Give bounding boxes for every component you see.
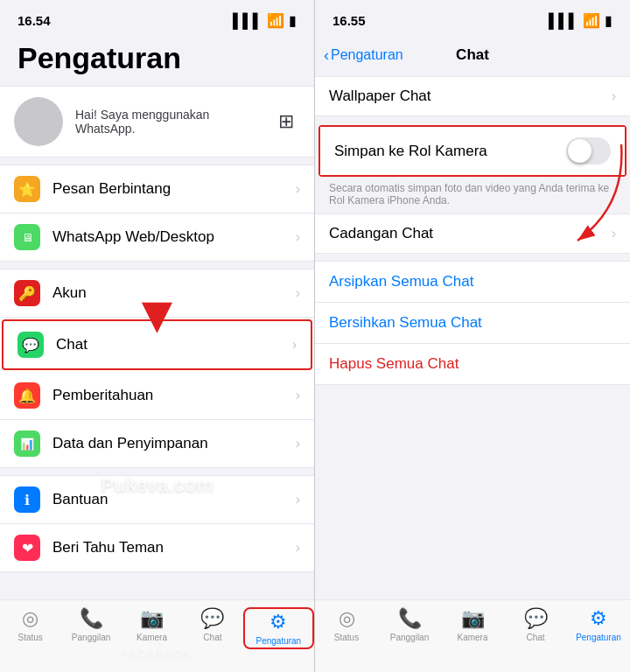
heart-icon: ❤ [14,535,40,561]
action-section: Arsipkan Semua Chat Bersihkan Semua Chat… [315,261,630,385]
wifi-icon: 📶 [267,12,284,29]
chat-tab-label-r: Chat [526,633,544,642]
left-status-icons: ▌▌▌ 📶 ▮ [233,12,297,29]
sidebar-item-pesan-berbintang[interactable]: ⭐ Pesan Berbintang › [0,165,314,214]
pengaturan-tab-label-r: Pengaturan [576,633,621,642]
chevron-icon: › [296,492,300,508]
bersihkan-label: Bersihkan Semua Chat [329,314,482,332]
web-icon: 🖥 [14,224,40,250]
panggilan-tab-icon-r: 📞 [398,607,422,630]
chevron-icon: › [296,436,300,452]
tab-pengaturan-right[interactable]: ⚙ Pengaturan [567,607,630,642]
right-tab-bar: ◎ Status 📞 Panggilan 📷 Kamera 💬 Chat ⚙ P… [315,599,630,672]
settings-section-3: ℹ Bantuan › ❤ Beri Tahu Teman › [0,475,314,572]
chat-tab-label: Chat [203,633,221,642]
chat-icon: 💬 [18,332,44,358]
hapus-item[interactable]: Hapus Semua Chat [315,344,630,384]
profile-row[interactable]: Hai! Saya menggunakan WhatsApp. ⊞ [0,86,314,158]
chevron-icon: › [296,181,300,197]
arsipkan-label: Arsipkan Semua Chat [329,273,473,290]
simpan-label: Simpan ke Rol Kamera [334,143,566,160]
simpan-section-wrapper: Simpan ke Rol Kamera Secara otomatis sim… [315,123,630,214]
chevron-icon: › [296,388,300,403]
tab-pengaturan-left[interactable]: ⚙ Pengaturan [243,607,314,649]
simpan-section: Simpan ke Rol Kamera [318,125,626,177]
panggilan-tab-label: Panggilan [72,633,110,642]
chevron-icon: › [296,540,300,556]
qr-icon: ⊞ [278,110,294,133]
status-tab-label-r: Status [334,633,359,642]
tab-chat-left[interactable]: 💬 Chat [182,607,242,642]
arsipkan-item[interactable]: Arsipkan Semua Chat [315,262,630,303]
right-status-bar: 16.55 ▌▌▌ 📶 ▮ [315,0,630,34]
cadangan-section: Cadangan Chat › [315,214,630,254]
item-label: Pesan Berbintang [52,180,290,198]
battery-icon-r: ▮ [605,12,612,29]
hapus-label: Hapus Semua Chat [329,355,458,373]
back-button[interactable]: ‹ Pengaturan [324,46,403,65]
bell-icon: 🔔 [14,382,40,409]
cadangan-item[interactable]: Cadangan Chat › [315,214,630,253]
pengaturan-tab-icon: ⚙ [270,611,287,634]
left-status-bar: 16.54 ▌▌▌ 📶 ▮ [0,0,314,34]
tab-panggilan-left[interactable]: 📞 Panggilan [60,607,121,642]
wallpaper-label: Wallpaper Chat [329,88,612,105]
qr-button[interactable]: ⊞ [272,108,300,136]
chevron-icon: › [296,285,300,301]
status-tab-icon: ◎ [22,607,38,630]
kamera-tab-icon: 📷 [140,607,164,630]
status-tab-icon-r: ◎ [339,607,355,630]
page-title: Chat [456,46,489,64]
item-label: Pemberitahuan [52,387,290,404]
sidebar-item-whatsapp-web[interactable]: 🖥 WhatsApp Web/Desktop › [0,214,314,261]
data-icon: 📊 [14,430,40,457]
tab-status-left[interactable]: ◎ Status [0,607,60,642]
signal-icon: ▌▌▌ [233,13,262,29]
settings-title: Pengaturan [0,34,314,86]
item-label: Bantuan [52,491,290,508]
nav-header: ‹ Pengaturan Chat [315,34,630,69]
battery-icon: ▮ [289,12,297,29]
sidebar-item-beri-tahu[interactable]: ❤ Beri Tahu Teman › [0,524,314,571]
pengaturan-tab-label: Pengaturan [256,636,301,646]
simpan-item[interactable]: Simpan ke Rol Kamera [320,127,625,175]
bersihkan-item[interactable]: Bersihkan Semua Chat [315,303,630,344]
back-label: Pengaturan [331,47,403,63]
chevron-icon: › [296,229,300,245]
panggilan-tab-icon: 📞 [80,607,103,630]
info-icon: ℹ [14,486,40,513]
right-panel: 16.55 ▌▌▌ 📶 ▮ ‹ Pengaturan Chat Wallpape… [315,0,630,672]
right-status-icons: ▌▌▌ 📶 ▮ [549,12,612,29]
sidebar-item-data[interactable]: 📊 Data dan Penyimpanan › [0,420,314,467]
back-chevron-icon: ‹ [324,46,329,65]
tab-status-right[interactable]: ◎ Status [315,607,378,642]
cadangan-label: Cadangan Chat [329,225,612,242]
key-icon: 🔑 [14,280,40,306]
tab-kamera-left[interactable]: 📷 Kamera [122,607,182,642]
sidebar-item-bantuan[interactable]: ℹ Bantuan › [0,476,314,524]
settings-section-1: ⭐ Pesan Berbintang › 🖥 WhatsApp Web/Desk… [0,164,314,262]
pengaturan-tab-icon-r: ⚙ [590,607,607,630]
status-tab-label: Status [18,633,43,642]
tab-kamera-right[interactable]: 📷 Kamera [441,607,504,642]
item-label: Data dan Penyimpanan [52,435,290,452]
simpan-toggle[interactable] [566,137,611,164]
star-icon: ⭐ [14,176,40,202]
simpan-subtitle: Secara otomatis simpan foto dan video ya… [315,178,630,214]
wallpaper-item[interactable]: Wallpaper Chat › [315,77,630,116]
profile-bio: Hai! Saya menggunakan WhatsApp. [75,108,272,136]
right-time: 16.55 [332,13,366,28]
chevron-icon: › [612,88,616,104]
wallpaper-section: Wallpaper Chat › [315,76,630,116]
tab-chat-right[interactable]: 💬 Chat [504,607,567,642]
item-label: WhatsApp Web/Desktop [52,228,290,246]
tab-panggilan-right[interactable]: 📞 Panggilan [378,607,441,642]
kamera-tab-icon-r: 📷 [461,607,485,630]
left-time: 16.54 [18,13,51,28]
avatar [14,97,63,146]
chat-tab-icon: 💬 [200,607,224,630]
arrow-down-annotation: ▼ [131,289,183,341]
chevron-icon: › [612,226,616,242]
sidebar-item-pemberitahuan[interactable]: 🔔 Pemberitahuan › [0,372,314,420]
kamera-tab-label-r: Kamera [457,633,487,642]
